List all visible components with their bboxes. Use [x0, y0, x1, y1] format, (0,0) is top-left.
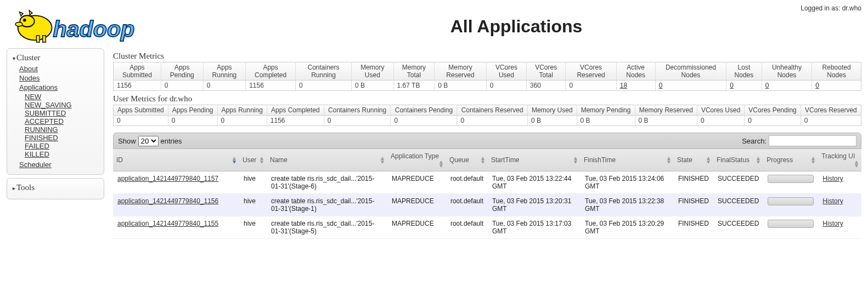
sidebar-item-finished[interactable]: FINISHED	[25, 134, 58, 142]
sort-icon: ▴▾	[233, 156, 236, 164]
apps-cell: hive	[239, 194, 267, 216]
user-metrics-prefix: User Metrics for	[113, 94, 170, 103]
um-header: Containers Pending	[391, 105, 457, 116]
apps-column-header[interactable]: FinishTime▴▾	[580, 149, 674, 171]
cm-value: 0	[655, 81, 726, 91]
page-size-select[interactable]: 20	[138, 136, 159, 146]
cm-link[interactable]: 0	[659, 82, 663, 89]
progress-bar	[768, 220, 814, 228]
sidebar-item-scheduler[interactable]: Scheduler	[19, 161, 52, 169]
page-title: All Applications	[171, 16, 861, 37]
apps-column-header[interactable]: Application Type▴▾	[387, 149, 446, 171]
sort-icon: ▴▾	[260, 156, 263, 164]
apps-cell: Tue, 03 Feb 2015 13:22:44 GMT	[488, 171, 580, 194]
cm-header: Apps Pending	[161, 62, 203, 81]
cm-value: 1.67 TB	[393, 81, 435, 91]
um-value: 0	[324, 116, 391, 126]
sidebar-item-about[interactable]: About	[19, 65, 38, 73]
um-value: 0 B	[635, 116, 697, 126]
apps-cell: Tue, 03 Feb 2015 13:22:38 GMT	[580, 194, 674, 216]
sidebar-cluster-header[interactable]: ▾Cluster	[13, 53, 99, 62]
sidebar-item-failed[interactable]: FAILED	[25, 142, 49, 150]
apps-column-header[interactable]: User▴▾	[239, 149, 267, 171]
apps-column-header[interactable]: Queue▴▾	[446, 149, 488, 171]
sidebar-item-nodes[interactable]: Nodes	[19, 74, 40, 82]
tracking-link[interactable]: History	[822, 175, 843, 182]
um-header: Apps Pending	[168, 105, 217, 116]
cm-header: Memory Used	[352, 62, 394, 81]
apps-column-header[interactable]: Progress▴▾	[763, 149, 818, 171]
sidebar-item-new[interactable]: NEW	[25, 93, 41, 101]
um-value: 0	[697, 116, 745, 126]
apps-cell: hive	[239, 216, 267, 239]
cm-value: 360	[527, 81, 566, 91]
cm-header: Active Nodes	[616, 62, 655, 81]
apps-column-header[interactable]: State▴▾	[674, 149, 713, 171]
apps-column-header[interactable]: FinalStatus▴▾	[713, 149, 763, 171]
cm-value: 0	[203, 81, 246, 91]
cm-header: VCores Total	[527, 62, 566, 81]
apps-column-header[interactable]: StartTime▴▾	[488, 149, 580, 171]
sort-icon: ▴▾	[481, 156, 484, 164]
login-user: dr.who	[842, 4, 861, 12]
progress-bar	[768, 197, 814, 205]
app-id-link[interactable]: application_1421449779840_1156	[117, 197, 218, 205]
table-row: application_1421449779840_1156hivecreate…	[113, 194, 861, 216]
sort-icon: ▴▾	[855, 160, 858, 168]
sort-icon: ▴▾	[574, 156, 577, 164]
tracking-link[interactable]: History	[822, 197, 843, 205]
cm-link[interactable]: 0	[730, 82, 734, 89]
tracking-link[interactable]: History	[822, 220, 843, 227]
cm-header: Lost Nodes	[726, 62, 762, 81]
apps-cell: application_1421449779840_1157	[113, 171, 239, 194]
apps-cell: SUCCEEDED	[713, 216, 763, 239]
cm-link[interactable]: 18	[620, 82, 627, 89]
sort-icon: ▴▾	[381, 156, 384, 164]
app-id-link[interactable]: application_1421449779840_1157	[117, 175, 218, 182]
sidebar-item-accepted[interactable]: ACCEPTED	[25, 117, 64, 125]
um-header: Memory Used	[527, 105, 577, 116]
um-header: VCores Used	[697, 105, 745, 116]
apps-cell: application_1421449779840_1155	[113, 216, 239, 239]
cm-header: Apps Running	[203, 62, 246, 81]
cm-link[interactable]: 0	[765, 82, 769, 89]
um-value: 0	[745, 116, 801, 126]
sidebar-item-running[interactable]: RUNNING	[25, 125, 58, 134]
chevron-down-icon: ▾	[13, 55, 15, 61]
apps-cell: root.default	[446, 216, 488, 239]
apps-cell	[763, 194, 818, 216]
sidebar-item-killed[interactable]: KILLED	[25, 150, 49, 158]
apps-cell: hive	[239, 171, 267, 194]
cm-value: 0	[726, 81, 762, 91]
cm-value: 0	[296, 81, 352, 91]
apps-cell: FINISHED	[674, 171, 713, 194]
sidebar-item-applications[interactable]: Applications	[19, 83, 58, 91]
app-id-link[interactable]: application_1421449779840_1155	[117, 220, 218, 227]
login-prefix: Logged in as:	[801, 4, 842, 12]
um-value: 0	[801, 116, 861, 126]
svg-point-2	[23, 19, 26, 22]
cm-header: Rebooted Nodes	[812, 62, 861, 81]
apps-column-header[interactable]: ID▴▾	[113, 149, 239, 171]
cm-value: 1156	[246, 81, 296, 91]
um-header: VCores Reserved	[801, 105, 861, 116]
apps-cell: create table ris.ris_sdc_dail...'2015-01…	[267, 216, 387, 239]
um-header: Apps Running	[217, 105, 267, 116]
sidebar-item-submitted[interactable]: SUBMITTED	[25, 109, 66, 117]
cluster-metrics-title: Cluster Metrics	[113, 51, 861, 61]
sidebar-item-new-saving[interactable]: NEW_SAVING	[25, 101, 72, 109]
cm-link[interactable]: 0	[815, 82, 819, 89]
um-value: 0	[391, 116, 457, 126]
cm-value: 0	[812, 81, 861, 91]
um-value: 0	[457, 116, 527, 126]
sidebar-tools-header[interactable]: ▸Tools	[13, 183, 99, 192]
login-info: Logged in as: dr.who	[801, 4, 861, 12]
cm-header: Decommissioned Nodes	[655, 62, 726, 81]
apps-cell: History	[818, 171, 861, 194]
apps-column-header[interactable]: Name▴▾	[267, 149, 387, 171]
apps-column-header[interactable]: Tracking UI▴▾	[818, 149, 861, 171]
um-value: 0	[114, 116, 168, 126]
cm-value: 0	[566, 81, 616, 91]
search-input[interactable]	[769, 135, 856, 146]
cm-header: Unhealthy Nodes	[762, 62, 812, 81]
